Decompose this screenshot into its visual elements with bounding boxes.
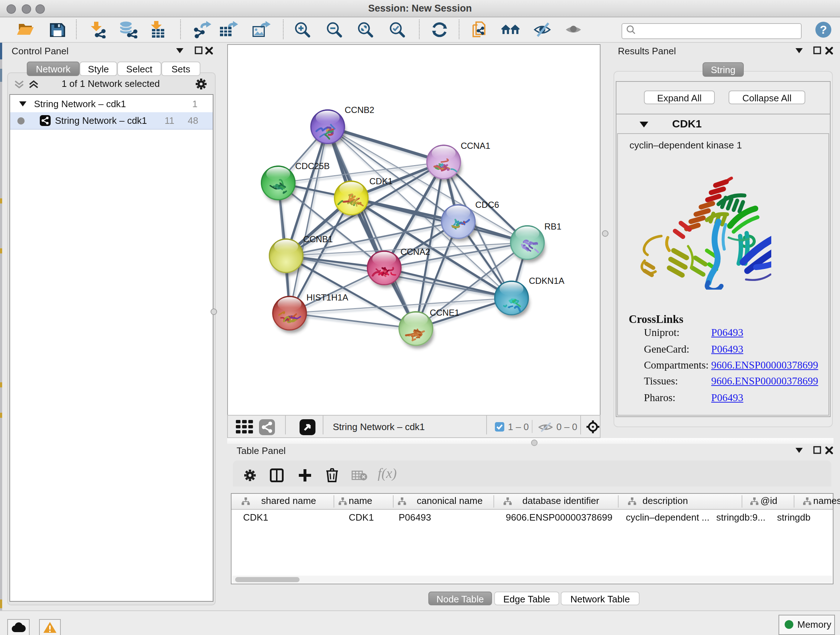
- svg-text:CDKN1A: CDKN1A: [529, 276, 565, 286]
- svg-text:CCNA1: CCNA1: [461, 141, 490, 150]
- svg-text:CCNE1: CCNE1: [430, 308, 459, 318]
- svg-text:CCNA2: CCNA2: [401, 247, 430, 257]
- svg-text:CDC6: CDC6: [475, 200, 499, 210]
- svg-text:HIST1H1A: HIST1H1A: [306, 293, 348, 302]
- svg-text:?: ?: [820, 23, 827, 36]
- svg-text:CCNB2: CCNB2: [345, 105, 374, 115]
- svg-text:CDC25B: CDC25B: [295, 161, 330, 171]
- svg-text:RB1: RB1: [545, 222, 561, 231]
- svg-text:CDK1: CDK1: [369, 176, 393, 186]
- svg-text:CCNB1: CCNB1: [303, 234, 333, 244]
